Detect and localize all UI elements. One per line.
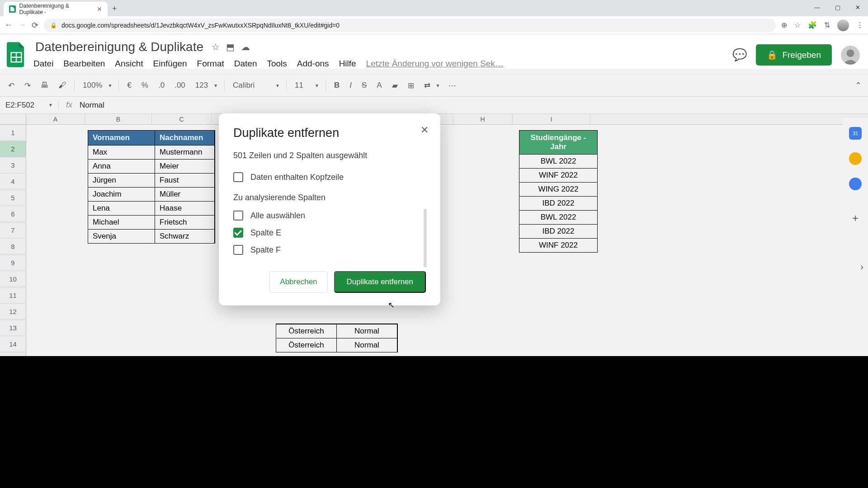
header-row-checkbox[interactable]: Daten enthalten Kopfzeile xyxy=(233,169,426,186)
minimize-icon[interactable]: ― xyxy=(807,0,827,14)
sheets-logo[interactable] xyxy=(5,39,28,70)
document-title[interactable]: Datenbereinigung & Duplikate xyxy=(33,39,205,55)
dialog-scrollbar[interactable] xyxy=(424,209,427,267)
dialog-title: Duplikate entfernen xyxy=(233,126,426,140)
checkbox-icon xyxy=(233,245,243,255)
menu-view[interactable]: Ansicht xyxy=(115,59,143,69)
select-all-checkbox[interactable]: Alle auswählen xyxy=(233,207,426,224)
tab-title: Datenbereinigung & Duplikate - xyxy=(19,3,91,15)
lock-icon: 🔒 xyxy=(767,50,778,60)
menu-help[interactable]: Hilfe xyxy=(339,59,356,69)
last-edit[interactable]: Letzte Änderung vor wenigen Sek… xyxy=(366,59,504,69)
comments-icon[interactable]: 💬 xyxy=(732,48,747,62)
profile-avatar-chrome[interactable] xyxy=(837,19,849,31)
column-e-checkbox[interactable]: Spalte E xyxy=(233,224,426,241)
share-label: Freigeben xyxy=(782,50,821,60)
url-text: docs.google.com/spreadsheets/d/1Jevzbkqc… xyxy=(61,22,340,29)
menu-edit[interactable]: Bearbeiten xyxy=(63,59,105,69)
star-icon[interactable]: ☆ xyxy=(212,42,220,52)
move-icon[interactable]: ⬒ xyxy=(226,42,235,52)
column-f-checkbox[interactable]: Spalte F xyxy=(233,241,426,258)
transfer-icon[interactable]: ⇅ xyxy=(824,21,830,29)
zoom-icon[interactable]: ⊕ xyxy=(781,21,787,29)
new-tab-button[interactable]: + xyxy=(112,4,117,14)
back-icon[interactable]: ← xyxy=(5,20,13,30)
menu-data[interactable]: Daten xyxy=(234,59,257,69)
checkbox-icon xyxy=(233,172,243,182)
maximize-icon[interactable]: ▢ xyxy=(827,0,848,14)
columns-section-title: Zu analysierende Spalten xyxy=(233,193,426,202)
checkbox-icon xyxy=(233,211,243,221)
menu-file[interactable]: Datei xyxy=(33,59,53,69)
menu-tools[interactable]: Tools xyxy=(267,59,287,69)
lock-icon: 🔒 xyxy=(50,22,57,28)
sheets-favicon xyxy=(9,5,16,13)
menu-addons[interactable]: Add-ons xyxy=(297,59,329,69)
cloud-icon[interactable]: ☁ xyxy=(241,42,250,52)
menu-insert[interactable]: Einfügen xyxy=(153,59,187,69)
close-icon[interactable]: ✕ xyxy=(420,124,429,136)
menu-format[interactable]: Format xyxy=(197,59,224,69)
chrome-menu-icon[interactable]: ⋮ xyxy=(856,21,863,29)
selection-info: 501 Zeilen und 2 Spalten ausgewählt xyxy=(233,151,426,160)
black-bar xyxy=(0,356,868,488)
close-tab-icon[interactable]: ✕ xyxy=(97,5,102,13)
remove-duplicates-dialog: ✕ Duplikate entfernen 501 Zeilen und 2 S… xyxy=(219,113,440,305)
close-window-icon[interactable]: ✕ xyxy=(848,0,868,14)
extensions-icon[interactable]: 🧩 xyxy=(808,21,817,29)
browser-tab[interactable]: Datenbereinigung & Duplikate - ✕ xyxy=(4,2,108,16)
share-button[interactable]: 🔒 Freigeben xyxy=(756,44,832,66)
forward-icon[interactable]: → xyxy=(18,20,26,30)
bookmark-icon[interactable]: ☆ xyxy=(794,21,801,29)
cancel-button[interactable]: Abbrechen xyxy=(269,271,327,293)
address-bar[interactable]: 🔒 docs.google.com/spreadsheets/d/1Jevzbk… xyxy=(44,19,776,32)
reload-icon[interactable]: ⟳ xyxy=(32,20,38,30)
account-avatar[interactable] xyxy=(841,46,860,65)
checkbox-checked-icon xyxy=(233,228,243,238)
confirm-button[interactable]: Duplikate entfernen xyxy=(334,271,426,293)
